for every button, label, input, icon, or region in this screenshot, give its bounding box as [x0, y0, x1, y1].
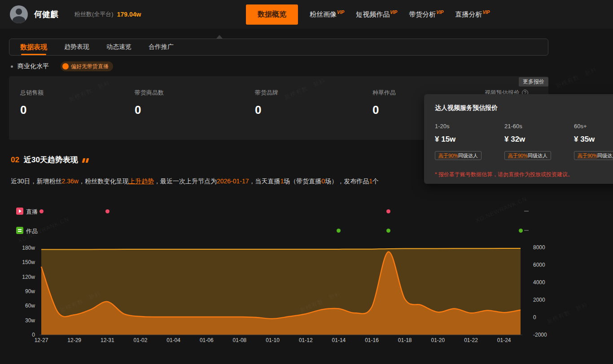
header: 何健麒 粉丝数(全平台) 179.04w 数据概览 粉丝画像VIP 短视频作品V… — [0, 0, 613, 29]
summary-part: 场（带货直播 — [284, 178, 321, 185]
section-title: 近30天趋势表现 — [24, 155, 78, 165]
nav-tab-short-video[interactable]: 短视频作品VIP — [356, 10, 397, 19]
x-axis-tick: 12-29 — [67, 337, 81, 343]
rank-highlight: 高于90% — [508, 152, 528, 159]
summary-part: 场），发布作品 — [325, 178, 369, 185]
trend-chart[interactable]: 030w60w90w120w150w180w-20000200040006000… — [0, 242, 561, 347]
video-quote-popup: 达人视频服务预估报价 1-20s ¥ 15w 高于90%同级达人 21-60s … — [424, 94, 613, 184]
stat-value: 0 — [255, 103, 278, 117]
commerce-section-label: 商业化水平 — [18, 62, 49, 70]
section-number: 02 — [11, 156, 19, 165]
quote-marks-icon — [83, 158, 90, 163]
x-axis-tick: 01-14 — [332, 337, 346, 343]
stat-seeding-works: 种草作品 0 — [372, 89, 396, 117]
tab-trend-performance[interactable]: 趋势表现 — [64, 39, 89, 55]
summary-part: ，当天直播 — [249, 178, 280, 185]
x-axis-tick: 01-06 — [200, 337, 214, 343]
vip-badge: VIP — [390, 10, 397, 15]
summary-part: 近30日，新增粉丝 — [11, 178, 62, 185]
works-event-dot[interactable] — [386, 229, 390, 233]
works-event-dot[interactable] — [337, 229, 341, 233]
rank-rest: 同级达人 — [458, 152, 478, 159]
trend-section-header: 02 近30天趋势表现 — [11, 155, 90, 165]
vip-badge: VIP — [482, 10, 490, 15]
right-axis-tick: 0 — [533, 314, 536, 321]
popup-title: 达人视频服务预估报价 — [435, 104, 613, 112]
tab-data-performance[interactable]: 数据表现 — [20, 39, 47, 55]
row-end-dash — [524, 230, 529, 231]
rank-badge: 高于90%同级达人 — [435, 151, 482, 160]
trend-chart-section: 直播 作品 030w60w90w120w150w180w-20000200040… — [0, 204, 613, 359]
x-axis-tick: 01-04 — [166, 337, 180, 343]
x-axis-tick: 01-24 — [497, 337, 511, 343]
nav-tab-fan-profile[interactable]: 粉丝画像VIP — [310, 10, 344, 19]
live-event-dot[interactable] — [105, 209, 109, 213]
live-event-dot[interactable] — [386, 209, 390, 213]
works-icon — [16, 227, 23, 234]
stat-value: 0 — [135, 103, 164, 117]
right-axis-tick: -2000 — [533, 332, 547, 338]
summary-part: ，最近一次上升节点为 — [154, 178, 217, 185]
stat-product-count: 带货商品数 0 — [135, 89, 164, 117]
summary-part: ，粉丝数变化呈现 — [79, 178, 129, 185]
quote-col-21-60s: 21-60s ¥ 32w 高于90%同级达人 — [504, 123, 574, 160]
right-axis-tick: 2000 — [533, 297, 545, 303]
creator-name: 何健麒 — [34, 9, 58, 20]
x-axis-tick: 12-27 — [35, 337, 48, 343]
nav-tab-live-analysis[interactable]: 直播分析VIP — [455, 10, 490, 19]
duration-label: 21-60s — [504, 123, 574, 130]
x-axis-tick: 01-22 — [464, 337, 478, 343]
duration-label: 60s+ — [574, 123, 613, 130]
tab-activity-glance[interactable]: 动态速览 — [106, 39, 131, 55]
nav-tab-commerce-analysis[interactable]: 带货分析VIP — [409, 10, 443, 19]
summary-part[interactable]: 上升趋势 — [129, 178, 154, 185]
stat-value: 0 — [20, 103, 44, 117]
nav-tab-data-overview[interactable]: 数据概览 — [246, 4, 298, 25]
nav-tab-label: 直播分析 — [455, 10, 482, 18]
summary-part: 0 — [321, 178, 325, 185]
live-event-dot[interactable] — [39, 209, 44, 213]
bullet-icon — [11, 65, 13, 68]
works-event-dot[interactable] — [519, 229, 523, 233]
stat-total-sales: 总销售额 0 — [20, 89, 44, 117]
vip-badge: VIP — [436, 10, 443, 15]
live-events-row: 直播 — [0, 208, 613, 215]
stat-label: 带货商品数 — [135, 89, 164, 97]
x-axis-tick: 01-10 — [266, 337, 280, 343]
work-events-row: 作品 — [0, 227, 613, 234]
tab-cooperation[interactable]: 合作推广 — [149, 39, 174, 55]
summary-part: 2.36w — [62, 178, 79, 185]
rank-rest: 同级达人 — [597, 152, 613, 159]
stat-label: 种草作品 — [372, 89, 396, 97]
watermark: 新榜有数 · 新科 — [555, 65, 598, 91]
stat-label: 带货品牌 — [255, 89, 278, 97]
nav-tab-label: 粉丝画像 — [310, 10, 337, 18]
section-tabbar: 数据表现 趋势表现 动态速览 合作推广 — [9, 39, 548, 56]
x-axis-tick: 01-20 — [431, 337, 445, 343]
live-play-icon — [16, 208, 23, 215]
quote-col-1-20s: 1-20s ¥ 15w 高于90%同级达人 — [435, 123, 504, 160]
duration-label: 1-20s — [435, 123, 504, 130]
rank-highlight: 高于90% — [578, 152, 597, 159]
left-axis-tick: 30w — [25, 317, 35, 324]
more-quotes-button[interactable]: 更多报价 — [519, 77, 548, 87]
x-axis-tick: 01-18 — [398, 337, 412, 343]
works-legend-label: 作品 — [26, 227, 38, 235]
right-axis-tick: 6000 — [533, 262, 545, 268]
left-axis-tick: 180w — [22, 245, 35, 251]
rank-badge: 高于90%同级达人 — [504, 151, 551, 160]
rank-rest: 同级达人 — [528, 152, 547, 159]
fans-count-value: 179.04w — [117, 11, 141, 18]
right-axis-tick: 8000 — [533, 244, 545, 251]
summary-part: 1 — [369, 178, 372, 185]
summary-part: 个 — [372, 178, 379, 185]
price-value: ¥ 32w — [504, 135, 574, 144]
top-nav: 数据概览 粉丝画像VIP 短视频作品VIP 带货分析VIP 直播分析VIP — [246, 0, 490, 29]
price-value: ¥ 15w — [435, 135, 504, 144]
preference-badge-label: 偏好无带货直播 — [71, 63, 109, 70]
stat-label: 总销售额 — [20, 89, 44, 97]
summary-part: 2026-01-17 — [217, 178, 249, 185]
creator-avatar[interactable] — [10, 5, 28, 23]
stat-value: 0 — [372, 103, 396, 117]
x-axis-tick: 01-12 — [299, 337, 313, 343]
